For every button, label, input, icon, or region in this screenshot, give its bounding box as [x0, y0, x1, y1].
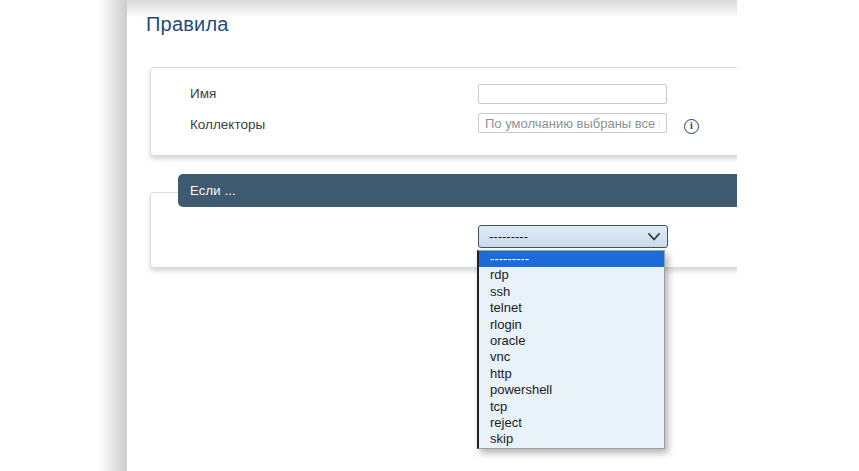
chevron-down-icon	[648, 233, 660, 241]
dropdown-option[interactable]: reject	[479, 415, 664, 431]
page-title: Правила	[146, 13, 229, 36]
collectors-label: Коллекторы	[190, 117, 265, 132]
rule-info-card	[150, 67, 737, 156]
name-label: Имя	[190, 86, 216, 101]
dropdown-option[interactable]: skip	[479, 431, 664, 447]
dropdown-option[interactable]: ssh	[479, 284, 664, 300]
if-section-header: Если ...	[178, 174, 737, 207]
main-panel: Правила Имя Коллекторы i Если ... Подклю…	[127, 0, 737, 471]
name-input[interactable]	[478, 84, 667, 104]
info-icon[interactable]: i	[684, 119, 699, 134]
collectors-input[interactable]	[478, 113, 667, 133]
dropdown-option[interactable]: ---------	[479, 251, 664, 267]
dropdown-option[interactable]: telnet	[479, 300, 664, 316]
dropdown-option[interactable]: tcp	[479, 399, 664, 415]
dropdown-list[interactable]: ---------rdpsshtelnetrloginoraclevnchttp…	[477, 250, 665, 449]
connection-select[interactable]: ---------	[478, 225, 668, 248]
dropdown-option[interactable]: rdp	[479, 267, 664, 283]
dropdown-option[interactable]: http	[479, 366, 664, 382]
dropdown-option[interactable]: powershell	[479, 382, 664, 398]
dropdown-option[interactable]: vnc	[479, 349, 664, 365]
connection-select-value: ---------	[489, 229, 528, 244]
if-section-label: Если ...	[190, 183, 236, 198]
dropdown-option[interactable]: oracle	[479, 333, 664, 349]
panel-left-shadow	[99, 0, 127, 471]
dropdown-option[interactable]: rlogin	[479, 317, 664, 333]
